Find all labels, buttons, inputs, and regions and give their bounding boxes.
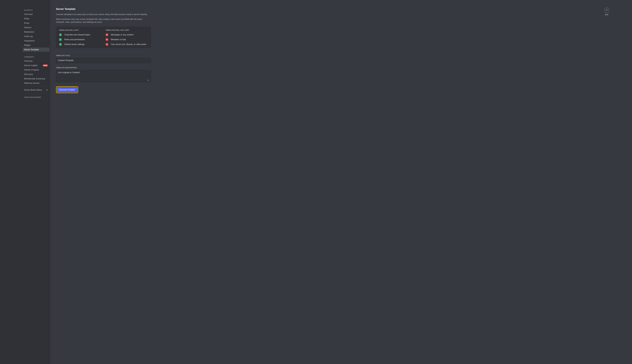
- sidebar-item-label: Overview: [24, 13, 32, 16]
- will-copy-text: Roles and permissions: [64, 38, 85, 41]
- close-button[interactable]: [604, 8, 609, 13]
- will-copy-row: Channels and channel topics: [59, 33, 102, 36]
- sidebar-divider: [24, 93, 48, 94]
- sidebar-item-label: Integrations: [24, 40, 35, 42]
- char-counter: 95: [148, 79, 149, 81]
- sidebar-item-community-overview[interactable]: Overview: [23, 59, 50, 63]
- sidebar-item-welcome-screen[interactable]: Welcome Screen: [23, 81, 50, 85]
- close-label: ESC: [605, 14, 608, 16]
- will-copy-text: Channels and channel topics: [64, 34, 90, 36]
- check-circle-icon: [59, 33, 62, 36]
- template-title-label: TEMPLATE TITLE: [56, 55, 151, 56]
- template-description-input[interactable]: [56, 70, 151, 82]
- will-not-copy-header: TEMPLATES WILL NOT COPY:: [106, 29, 148, 31]
- template-description-label: TEMPLATE DESCRIPTION: [56, 67, 151, 69]
- sidebar-item-label: Discovery: [24, 73, 33, 76]
- template-info-box: TEMPLATES WILL COPY: Channels and channe…: [56, 26, 151, 48]
- x-circle-icon: [106, 33, 108, 36]
- generate-template-button[interactable]: Generate Template: [57, 87, 77, 92]
- will-not-copy-row: Your server icon, Boosts, or other perks: [106, 43, 148, 46]
- sidebar-item-label: Overview: [24, 60, 32, 62]
- will-copy-column: TEMPLATES WILL COPY: Channels and channe…: [59, 29, 102, 46]
- sidebar-item-label: Emoji: [24, 22, 29, 24]
- content-column: Server Template A server template is an …: [56, 8, 151, 359]
- x-circle-icon: [106, 38, 108, 41]
- sidebar-item-server-insights[interactable]: Server Insights NEW: [23, 63, 50, 68]
- sidebar-item-integrations[interactable]: Integrations: [23, 39, 50, 43]
- new-badge: NEW: [43, 64, 48, 66]
- sidebar-item-server-boost-status[interactable]: Server Boost Status: [23, 88, 50, 92]
- sidebar-item-moderation[interactable]: Moderation: [23, 30, 50, 34]
- sidebar-item-label: Roles: [24, 18, 29, 20]
- app-root: ELDRITCH Overview Roles Emoji Stickers M…: [0, 0, 632, 364]
- page-description-1: A server template is an easy way to shar…: [56, 13, 151, 16]
- sidebar-section-user-management: USER MANAGEMENT: [23, 95, 50, 99]
- sidebar-inner: ELDRITCH Overview Roles Emoji Stickers M…: [23, 8, 50, 364]
- button-highlight-ring: Generate Template: [56, 86, 78, 93]
- will-copy-row: Roles and permissions: [59, 38, 102, 41]
- template-title-input[interactable]: [56, 58, 151, 63]
- check-circle-icon: [59, 38, 62, 41]
- sidebar-section-community: COMMUNITY: [23, 54, 50, 59]
- sidebar-item-stickers[interactable]: Stickers: [23, 26, 50, 30]
- sidebar-item-label: Stickers: [24, 26, 31, 29]
- will-not-copy-row: Messages or any content: [106, 33, 148, 36]
- sidebar-item-label: Server Insights: [24, 64, 38, 66]
- sidebar-item-audit-log[interactable]: Audit Log: [23, 34, 50, 38]
- sidebar-server-name: ELDRITCH: [23, 8, 50, 12]
- sidebar-item-server-template[interactable]: Server Template: [23, 48, 50, 52]
- sidebar-item-label: Moderation: [24, 31, 34, 33]
- sidebar-item-label: Audit Log: [24, 35, 33, 38]
- sidebar-item-membership-screening[interactable]: Membership Screening: [23, 76, 50, 81]
- sidebar-item-roles[interactable]: Roles: [23, 16, 50, 21]
- sidebar-item-label: Partner Program: [24, 69, 39, 71]
- sidebar-item-label: Membership Screening: [24, 78, 45, 80]
- template-description-field-block: TEMPLATE DESCRIPTION 95: [56, 67, 151, 82]
- will-copy-text: Default server settings: [64, 43, 84, 46]
- template-title-field-block: TEMPLATE TITLE: [56, 55, 151, 63]
- close-icon: [606, 9, 608, 12]
- textarea-wrapper: 95: [56, 70, 151, 82]
- sidebar-item-discovery[interactable]: Discovery: [23, 72, 50, 76]
- page-description-2: When someone uses your server template l…: [56, 18, 151, 24]
- will-not-copy-text: Your server icon, Boosts, or other perks: [111, 43, 146, 46]
- will-not-copy-text: Messages or any content: [111, 34, 134, 36]
- boost-gem-icon: [46, 89, 48, 91]
- will-not-copy-column: TEMPLATES WILL NOT COPY: Messages or any…: [106, 29, 148, 46]
- x-circle-icon: [106, 43, 108, 46]
- sidebar-item-label: Server Template: [24, 48, 39, 51]
- will-copy-header: TEMPLATES WILL COPY:: [59, 29, 102, 31]
- content-area: Server Template A server template is an …: [50, 0, 632, 364]
- will-not-copy-row: Members or bots: [106, 38, 148, 41]
- sidebar-item-label: Welcome Screen: [24, 82, 40, 84]
- sidebar-item-emoji[interactable]: Emoji: [23, 21, 50, 25]
- sidebar-item-widget[interactable]: Widget: [23, 43, 50, 47]
- settings-sidebar: ELDRITCH Overview Roles Emoji Stickers M…: [0, 0, 50, 364]
- will-copy-row: Default server settings: [59, 43, 102, 46]
- sidebar-item-partner-program[interactable]: Partner Program: [23, 68, 50, 72]
- sidebar-item-overview[interactable]: Overview: [23, 12, 50, 16]
- sidebar-item-label: Widget: [24, 44, 30, 46]
- divider: [56, 51, 151, 52]
- sidebar-item-label: Server Boost Status: [24, 89, 42, 91]
- will-not-copy-text: Members or bots: [111, 38, 126, 41]
- close-controls: ESC: [604, 8, 609, 16]
- check-circle-icon: [59, 43, 62, 46]
- page-title: Server Template: [56, 8, 151, 10]
